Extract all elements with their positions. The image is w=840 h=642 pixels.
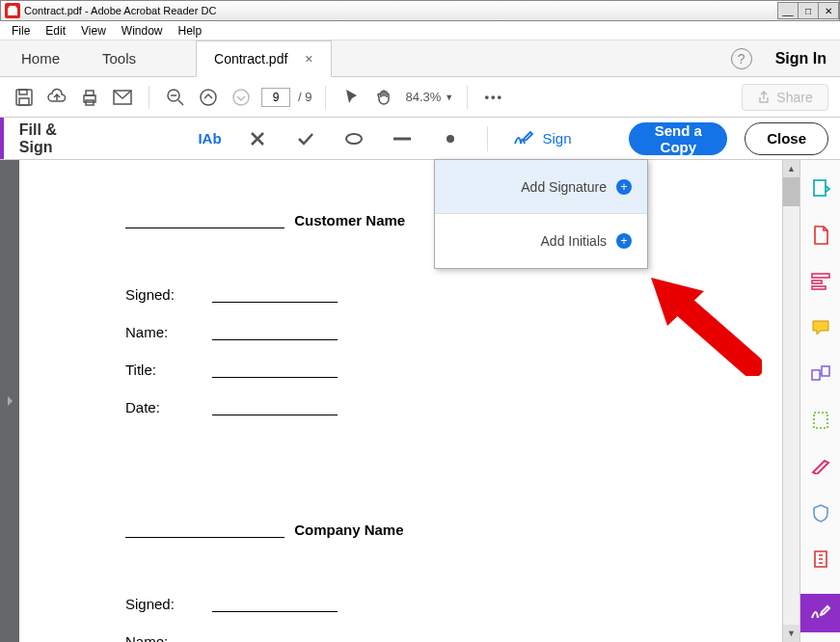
signature-icon [513, 130, 534, 147]
right-tools-panel [799, 160, 840, 642]
field-line [212, 361, 338, 378]
create-pdf-icon[interactable] [809, 224, 832, 247]
document-area[interactable]: Customer Name Signed: Name: Title: Date:… [19, 160, 782, 642]
customer-name-label: Customer Name [294, 212, 405, 228]
svg-rect-14 [812, 281, 822, 283]
title-bar: Contract.pdf - Adobe Acrobat Reader DC _… [0, 0, 840, 21]
fill-sign-tool-active[interactable] [800, 594, 841, 632]
compress-pdf-icon[interactable] [809, 548, 832, 571]
share-button[interactable]: Share [742, 84, 828, 111]
save-icon[interactable] [12, 85, 37, 110]
signature-line [125, 213, 285, 228]
svg-point-10 [346, 134, 362, 144]
print-icon[interactable] [77, 85, 102, 110]
field-line [212, 399, 338, 415]
selection-tool-icon[interactable] [339, 85, 365, 110]
more-tools-icon[interactable]: ••• [481, 85, 506, 110]
close-window-button[interactable]: ✕ [818, 2, 839, 19]
maximize-button[interactable]: □ [798, 2, 819, 19]
zoom-value: 84.3% [405, 90, 441, 104]
zoom-dropdown[interactable]: 84.3% ▼ [405, 90, 453, 104]
svg-rect-17 [822, 366, 829, 376]
close-tool-button[interactable]: Close [745, 122, 828, 155]
page-number-input[interactable] [261, 88, 290, 107]
protect-icon[interactable] [809, 501, 832, 524]
svg-rect-13 [812, 274, 829, 278]
send-copy-button[interactable]: Send a Copy [629, 122, 727, 155]
sign-dropdown: Add Signature + Add Initials + [434, 159, 648, 269]
svg-rect-12 [814, 180, 826, 196]
add-signature-label: Add Signature [521, 179, 607, 195]
field-line [212, 286, 338, 303]
svg-point-8 [201, 90, 216, 105]
add-signature-item[interactable]: Add Signature + [435, 160, 647, 214]
checkmark-tool-icon[interactable] [294, 127, 317, 150]
company-name-label: Company Name [294, 522, 403, 538]
svg-rect-4 [86, 91, 94, 95]
scroll-up-icon[interactable]: ▲ [783, 160, 799, 177]
signed-label-2: Signed: [125, 596, 212, 612]
field-line [212, 324, 338, 340]
svg-rect-2 [19, 98, 29, 105]
edit-pdf-icon[interactable] [809, 270, 832, 293]
circle-tool-icon[interactable] [342, 127, 366, 150]
menu-help[interactable]: Help [171, 24, 210, 38]
fill-sign-toolbar: Fill & Sign IAb Sign Send a Copy Close [0, 118, 840, 160]
menu-bar: File Edit View Window Help [0, 21, 840, 40]
sign-button-label: Sign [542, 130, 571, 147]
date-label: Date: [125, 399, 212, 415]
vertical-scrollbar[interactable]: ▲ ▼ [782, 160, 799, 642]
line-tool-icon[interactable] [391, 127, 414, 150]
dot-tool-icon[interactable] [439, 127, 462, 150]
cloud-icon[interactable] [44, 85, 69, 110]
tab-document[interactable]: Contract.pdf × [196, 40, 331, 77]
redact-icon[interactable] [809, 455, 832, 478]
field-line [212, 633, 338, 642]
text-tool-icon[interactable]: IAb [198, 127, 221, 150]
plus-icon: + [616, 233, 632, 249]
sign-in-button[interactable]: Sign In [775, 50, 826, 67]
share-label: Share [776, 90, 812, 105]
left-panel-toggle[interactable] [0, 160, 19, 642]
page-down-icon[interactable] [229, 85, 254, 110]
add-initials-item[interactable]: Add Initials + [435, 214, 647, 268]
chevron-down-icon: ▼ [445, 93, 453, 102]
name-label: Name: [125, 324, 212, 340]
title-label: Title: [125, 361, 212, 378]
main-toolbar: / 9 84.3% ▼ ••• Share [0, 77, 840, 118]
svg-point-9 [233, 90, 249, 105]
menu-view[interactable]: View [73, 24, 114, 38]
window-title: Contract.pdf - Adobe Acrobat Reader DC [24, 5, 778, 16]
add-initials-label: Add Initials [541, 233, 607, 249]
help-icon[interactable]: ? [731, 48, 752, 69]
field-line [212, 596, 338, 612]
combine-files-icon[interactable] [809, 362, 832, 386]
svg-rect-15 [812, 286, 826, 289]
menu-window[interactable]: Window [114, 24, 171, 38]
minimize-button[interactable]: __ [777, 2, 799, 19]
email-icon[interactable] [110, 85, 135, 110]
zoom-out-icon[interactable] [163, 85, 188, 110]
export-pdf-icon[interactable] [809, 177, 832, 201]
sign-button[interactable]: Sign [513, 130, 571, 147]
organize-pages-icon[interactable] [809, 409, 832, 432]
tab-home[interactable]: Home [0, 40, 81, 76]
svg-rect-18 [814, 413, 827, 428]
page-up-icon[interactable] [196, 85, 221, 110]
x-mark-tool-icon[interactable] [246, 127, 269, 150]
comment-icon[interactable] [809, 316, 832, 339]
tab-close-icon[interactable]: × [305, 51, 312, 67]
document-viewport: Customer Name Signed: Name: Title: Date:… [0, 160, 840, 642]
tab-strip: Home Tools Contract.pdf × ? Sign In [0, 40, 840, 77]
menu-edit[interactable]: Edit [38, 24, 73, 38]
svg-point-11 [447, 135, 454, 143]
scroll-down-icon[interactable]: ▼ [783, 625, 799, 642]
pdf-page: Customer Name Signed: Name: Title: Date:… [19, 160, 782, 642]
hand-tool-icon[interactable] [372, 85, 397, 110]
scroll-thumb[interactable] [783, 177, 799, 206]
fill-sign-label: Fill & Sign [4, 121, 83, 156]
svg-rect-16 [812, 370, 820, 380]
menu-file[interactable]: File [4, 24, 38, 38]
tab-tools[interactable]: Tools [81, 40, 157, 76]
plus-icon: + [616, 179, 632, 195]
